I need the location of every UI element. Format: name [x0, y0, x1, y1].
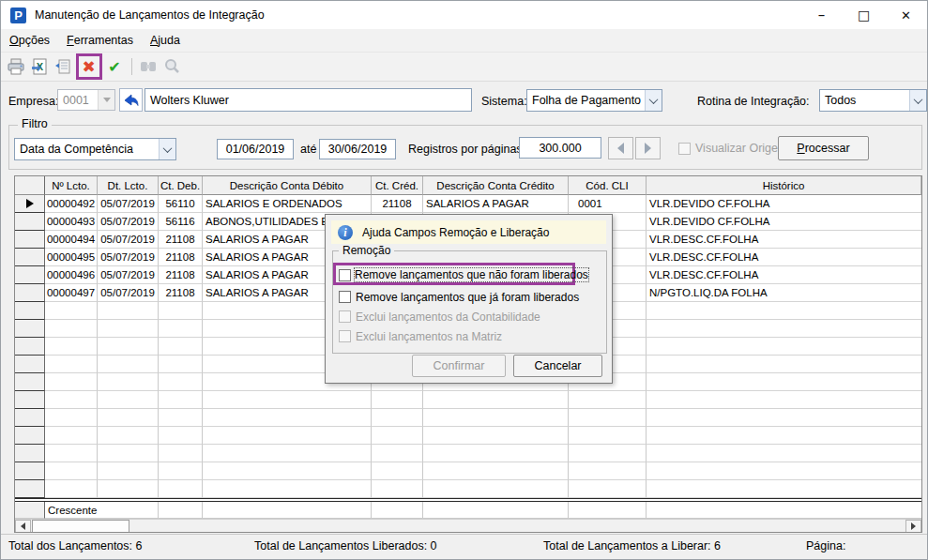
- status-pagina: Página:: [806, 539, 845, 552]
- header-dtlcto[interactable]: Dt. Lcto.: [98, 176, 159, 195]
- sistema-dropdown-icon[interactable]: [645, 90, 662, 111]
- empresa-value: 0001: [58, 90, 98, 110]
- registros-value: 300.000: [539, 142, 581, 155]
- empresa-label: Empresa:: [8, 95, 59, 108]
- confirm-icon[interactable]: ✔: [103, 55, 126, 78]
- header-ctdeb[interactable]: Ct. Deb.: [159, 176, 203, 195]
- rotina-combobox[interactable]: Todos: [819, 89, 927, 112]
- header-nlcto[interactable]: Nº Lcto.: [45, 176, 98, 195]
- grid-header-row: Nº Lcto. Dt. Lcto. Ct. Deb. Descrição Co…: [15, 176, 921, 195]
- empty-row: [15, 462, 921, 480]
- header-codcli[interactable]: Cód. CLI: [569, 176, 647, 195]
- rotina-label: Rotina de Integração:: [697, 95, 810, 108]
- date-from-field[interactable]: 01/06/2019: [217, 139, 294, 159]
- checkbox-remove-ja-liberados[interactable]: Remove lançamentos que já foram liberado…: [339, 289, 579, 305]
- empresa-name-field[interactable]: Wolters Kluwer: [145, 88, 472, 112]
- filtro-tipo-dropdown-icon[interactable]: [159, 139, 175, 159]
- checkbox-exclui-contabilidade: Exclui lançamentos da Contabilidade: [339, 309, 540, 325]
- statusbar: Total dos Lançamentos: 6 Total de Lançam…: [1, 534, 927, 557]
- row-selector-current: [15, 195, 45, 213]
- header-desccred[interactable]: Descrição Conta Crédito: [423, 176, 569, 195]
- delete-icon[interactable]: ✖: [79, 55, 99, 78]
- sistema-label: Sistema:: [481, 95, 527, 108]
- remocao-liberacao-dialog: i Ajuda Campos Remoção e Liberação Remoç…: [325, 214, 613, 384]
- visualizar-origem-box: [678, 143, 691, 155]
- undo-button[interactable]: [119, 88, 143, 112]
- next-arrow-icon: [645, 143, 651, 154]
- date-to-field[interactable]: 30/06/2019: [319, 139, 396, 159]
- info-icon: i: [338, 225, 353, 240]
- window-title: Manutenção de Lançamentos de Integração: [35, 8, 265, 22]
- status-total: Total dos Lançamentos: 6: [8, 539, 142, 552]
- sort-order-label: Crescente: [45, 502, 159, 519]
- menu-ajuda[interactable]: Ajuda: [142, 31, 189, 50]
- export-excel-icon[interactable]: X: [28, 55, 51, 78]
- scroll-left-icon[interactable]: [15, 520, 31, 533]
- empty-row: [15, 480, 921, 498]
- checkbox-box[interactable]: [339, 291, 351, 303]
- checkbox-box: [339, 310, 351, 323]
- header-selector: [15, 176, 45, 195]
- dialog-title: Ajuda Campos Remoção e Liberação: [362, 226, 549, 239]
- empresa-name-value: Wolters Kluwer: [150, 94, 229, 107]
- app-window: P Manutenção de Lançamentos de Integraçã…: [0, 0, 928, 560]
- scroll-right-icon[interactable]: [905, 520, 921, 533]
- prev-page-button[interactable]: [608, 137, 633, 159]
- print-icon[interactable]: [5, 55, 27, 78]
- scrollbar-thumb[interactable]: [32, 520, 129, 533]
- app-logo-icon: P: [10, 8, 26, 23]
- empty-row: [15, 409, 921, 427]
- status-a-liberar: Total de Lançamentos a Liberar: 6: [543, 539, 721, 552]
- minimize-icon[interactable]: [800, 1, 843, 29]
- ate-label: até: [300, 143, 316, 156]
- filtro-tipo-value: Data da Competência: [15, 139, 159, 159]
- visualizar-origem-label: Visualizar Origem: [695, 142, 787, 155]
- grid-footer-row: Crescente: [15, 502, 921, 519]
- sistema-combobox[interactable]: Folha de Pagamento: [526, 89, 662, 112]
- header-historico[interactable]: Histórico: [647, 176, 921, 195]
- header-ctcred[interactable]: Ct. Créd.: [372, 176, 423, 195]
- status-liberados: Total de Lançamentos Liberados: 0: [254, 539, 437, 552]
- header-descdeb[interactable]: Descrição Conta Débito: [203, 176, 372, 195]
- empty-row: [15, 391, 921, 409]
- empty-row: [15, 445, 921, 462]
- search-icon: [160, 55, 183, 78]
- filtro-tipo-combobox[interactable]: Data da Competência: [14, 138, 176, 160]
- highlight-box-delete: ✖: [76, 53, 102, 80]
- dialog-header: i Ajuda Campos Remoção e Liberação: [331, 220, 606, 244]
- registros-label: Registros por páginas:: [408, 143, 525, 156]
- current-row-arrow-icon: [26, 199, 34, 208]
- next-page-button[interactable]: [635, 137, 661, 159]
- date-to-value: 30/06/2019: [328, 143, 388, 156]
- sistema-value: Folha de Pagamento: [527, 90, 645, 111]
- filtro-title: Filtro: [18, 117, 52, 130]
- copy-report-icon[interactable]: [52, 55, 74, 78]
- highlight-box-checkbox: Remove lançamentos que não foram liberad…: [333, 263, 575, 285]
- prev-arrow-icon: [617, 143, 624, 154]
- table-row[interactable]: 00000492 05/07/2019 56110 SALARIOS E ORD…: [15, 195, 921, 213]
- remocao-groupbox: Remoção Remove lançamentos que não foram…: [332, 250, 607, 354]
- checkbox-exclui-matriz: Exclui lançamentos na Matriz: [339, 328, 502, 344]
- menu-opcoes[interactable]: Opções: [1, 31, 58, 50]
- empty-row: [15, 427, 921, 445]
- registros-field[interactable]: 300.000: [519, 137, 601, 159]
- cancelar-button[interactable]: Cancelar: [513, 355, 602, 377]
- date-from-value: 01/06/2019: [226, 143, 285, 156]
- menubar: Opções Ferramentas Ajuda: [1, 29, 927, 53]
- merge-icon: [137, 55, 160, 78]
- checkbox-box[interactable]: [339, 269, 351, 281]
- toolbar: X ✖ ✔: [1, 53, 927, 82]
- titlebar: P Manutenção de Lançamentos de Integraçã…: [1, 1, 927, 29]
- checkbox-box: [339, 330, 351, 342]
- checkbox-remove-nao-liberados[interactable]: Remove lançamentos que não foram liberad…: [339, 268, 588, 281]
- rotina-dropdown-icon[interactable]: [909, 90, 926, 111]
- processar-button[interactable]: Processar: [778, 136, 869, 160]
- close-icon[interactable]: [885, 1, 927, 29]
- horizontal-scrollbar[interactable]: [15, 519, 921, 533]
- maximize-icon[interactable]: [843, 1, 885, 29]
- visualizar-origem-checkbox: Visualizar Origem: [678, 142, 787, 155]
- empresa-combobox: 0001: [57, 89, 115, 111]
- toolbar-separator: [131, 58, 132, 75]
- remocao-group-title: Remoção: [339, 244, 394, 257]
- menu-ferramentas[interactable]: Ferramentas: [58, 31, 142, 50]
